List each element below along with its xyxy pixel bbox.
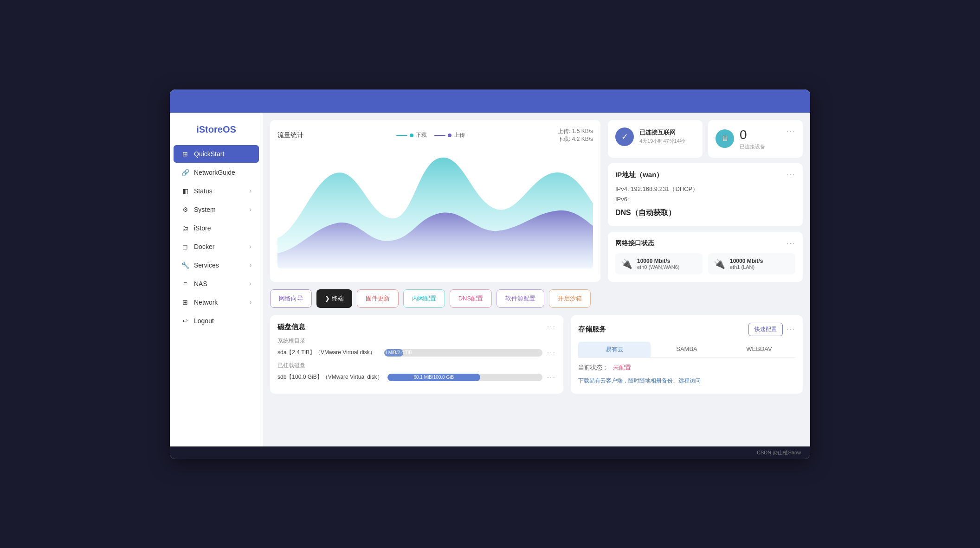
sidebar-item-logout[interactable]: ↩Logout <box>174 312 259 330</box>
chart-stats: 上传: 1.5 KB/s 下载: 4.2 KB/s <box>558 127 593 143</box>
storage-tab-samba[interactable]: SAMBA <box>651 342 723 357</box>
footer-bar: CSDN @山楂Show <box>170 446 810 459</box>
nic-more-button[interactable]: ··· <box>787 239 795 248</box>
eth1-item: 🔌 10000 Mbit/s eth1 (LAN) <box>708 253 795 274</box>
disk-sda-bar-fill: 259.8 MiB/2.4 TiB <box>384 349 403 357</box>
sidebar-item-networkguide[interactable]: 🔗NetworkGuide <box>174 164 259 181</box>
dns-label: DNS（自动获取） <box>615 206 795 219</box>
eth0-name: eth0 (WAN,WAN6) <box>637 264 679 270</box>
disk-sda-bar-wrap: 259.8 MiB/2.4 TiB <box>384 349 542 357</box>
intranet-button[interactable]: 内网配置 <box>403 289 445 308</box>
sidebar-item-nas[interactable]: ≡NAS› <box>174 275 259 293</box>
ip-more-button[interactable]: ··· <box>787 171 795 179</box>
storage-tab-webdav[interactable]: WEBDAV <box>723 342 795 357</box>
disk-sdb-usage: 60.1 MiB/100.0 GiB <box>412 375 456 380</box>
storage-more-button[interactable]: ··· <box>787 325 795 333</box>
quick-actions: 网络向导❯ 终端固件更新内网配置DNS配置软件源配置开启沙箱 <box>270 289 803 308</box>
nic-header: 网络接口状态 ··· <box>615 239 795 248</box>
disk-more-button[interactable]: ··· <box>547 323 556 331</box>
disk-sdb-name: sdb【100.0 GiB】（VMware Virtual disk） <box>277 373 383 381</box>
status-panel: ✓ 已连接互联网 4天19小时47分14秒 <box>608 120 803 282</box>
docker-chevron: › <box>250 243 251 250</box>
ipv6-label: IPv6: <box>615 196 629 203</box>
terminal-button[interactable]: ❯ 终端 <box>316 289 352 308</box>
device-count-number: 0 <box>740 127 765 142</box>
internet-status-title: 已连接互联网 <box>639 128 685 137</box>
disk-title: 磁盘信息 <box>277 323 305 331</box>
docker-icon: ◻ <box>181 242 189 251</box>
quick-config-button[interactable]: 快速配置 <box>748 323 783 336</box>
sidebar-item-istore[interactable]: 🗂iStore <box>174 219 259 237</box>
sidebar: iStoreOS ⊞QuickStart🔗NetworkGuide◧Status… <box>170 113 263 446</box>
eth1-speed: 10000 Mbit/s <box>730 258 763 264</box>
legend-upload: 上传 <box>434 131 465 139</box>
status-text: 已连接互联网 4天19小时47分14秒 <box>639 128 685 145</box>
sidebar-item-services[interactable]: 🔧Services› <box>174 256 259 274</box>
istore-label: iStore <box>194 224 211 232</box>
disk-sda-name: sda【2.4 TiB】（VMware Virtual disk） <box>277 349 380 357</box>
internet-status: ✓ 已连接互联网 4天19小时47分14秒 <box>615 127 695 146</box>
disk-card-header: 磁盘信息 ··· <box>277 323 556 331</box>
sidebar-item-docker[interactable]: ◻Docker› <box>174 238 259 255</box>
internet-status-subtitle: 4天19小时47分14秒 <box>639 138 685 145</box>
disk-card: 磁盘信息 ··· 系统根目录 sda【2.4 TiB】（VMware Virtu… <box>270 315 563 394</box>
disk-mounted-label: 已挂载磁盘 <box>277 362 556 370</box>
logout-icon: ↩ <box>181 317 189 325</box>
sidebar-item-network[interactable]: ⊞Network› <box>174 293 259 311</box>
main-layout: iStoreOS ⊞QuickStart🔗NetworkGuide◧Status… <box>170 113 810 446</box>
disk-sdb-bar-fill: 60.1 MiB/100.0 GiB <box>387 374 480 381</box>
storage-status-value: 未配置 <box>613 363 631 372</box>
eth0-icon: 🔌 <box>621 258 632 269</box>
chart-header: 流量统计 下载 上传 <box>277 127 593 143</box>
storage-status-row: 当前状态： 未配置 <box>578 363 795 372</box>
chart-title: 流量统计 <box>277 131 303 140</box>
disk-sdb-bar-wrap: 60.1 MiB/100.0 GiB <box>387 374 542 381</box>
eth1-name: eth1 (LAN) <box>730 264 763 270</box>
device-more-button[interactable]: ··· <box>787 127 795 136</box>
network-interface-card: 网络接口状态 ··· 🔌 10000 Mbit/s eth0 (WAN,WAN6… <box>608 232 803 282</box>
ip-card-header: IP地址（wan） ··· <box>615 171 795 179</box>
network-guide-button[interactable]: 网络向导 <box>270 289 312 308</box>
app-container: iStoreOS ⊞QuickStart🔗NetworkGuide◧Status… <box>170 89 810 459</box>
system-label: System <box>194 206 216 213</box>
firmware-button[interactable]: 固件更新 <box>357 289 399 308</box>
nas-chevron: › <box>250 280 251 287</box>
disk-sda-more[interactable]: ··· <box>547 349 556 357</box>
dns-config-button[interactable]: DNS配置 <box>450 289 492 308</box>
sandbox-button[interactable]: 开启沙箱 <box>549 289 591 308</box>
services-chevron: › <box>250 262 251 268</box>
chart-legend: 下载 上传 <box>396 131 465 139</box>
ipv4-label: IPv4: <box>615 185 629 192</box>
sidebar-item-system[interactable]: ⚙System› <box>174 201 259 218</box>
bottom-row: 磁盘信息 ··· 系统根目录 sda【2.4 TiB】（VMware Virtu… <box>270 315 803 394</box>
storage-card: 存储服务 快速配置 ··· 易有云SAMBAWEBDAV 当前状态： 未配置 下… <box>571 315 803 394</box>
ip-card: IP地址（wan） ··· IPv4: 192.168.9.231（DHCP） … <box>608 163 803 226</box>
top-bar <box>170 89 810 113</box>
top-row: 流量统计 下载 上传 <box>270 120 803 282</box>
eth0-speed: 10000 Mbit/s <box>637 258 679 264</box>
ip-info: IPv4: 192.168.9.231（DHCP） IPv6: DNS（自动获取… <box>615 184 795 219</box>
network-label: Network <box>194 299 218 306</box>
system-chevron: › <box>250 206 251 213</box>
storage-tab-yiyiyun[interactable]: 易有云 <box>578 342 651 357</box>
chart-area <box>277 148 593 268</box>
chart-svg <box>277 148 593 268</box>
software-source-button[interactable]: 软件源配置 <box>496 289 544 308</box>
sidebar-item-quickstart[interactable]: ⊞QuickStart <box>174 145 259 163</box>
storage-header: 存储服务 快速配置 ··· <box>578 323 795 336</box>
device-icon-circle: 🖥 <box>716 129 734 148</box>
services-icon: 🔧 <box>181 261 189 269</box>
quickstart-icon: ⊞ <box>181 150 189 158</box>
istore-icon: 🗂 <box>181 224 189 232</box>
connected-icon-circle: ✓ <box>615 127 634 146</box>
ipv6-row: IPv6: <box>615 194 795 204</box>
disk-sdb-more[interactable]: ··· <box>547 373 556 382</box>
disk-sda-item: sda【2.4 TiB】（VMware Virtual disk） 259.8 … <box>277 349 556 357</box>
device-count-label: 已连接设备 <box>740 143 765 150</box>
eth1-info: 10000 Mbit/s eth1 (LAN) <box>730 258 763 270</box>
status-label: Status <box>194 187 213 195</box>
footer-text: CSDN @山楂Show <box>757 450 801 455</box>
eth1-icon: 🔌 <box>714 258 725 269</box>
network-icon: ⊞ <box>181 298 189 306</box>
sidebar-item-status[interactable]: ◧Status› <box>174 182 259 200</box>
